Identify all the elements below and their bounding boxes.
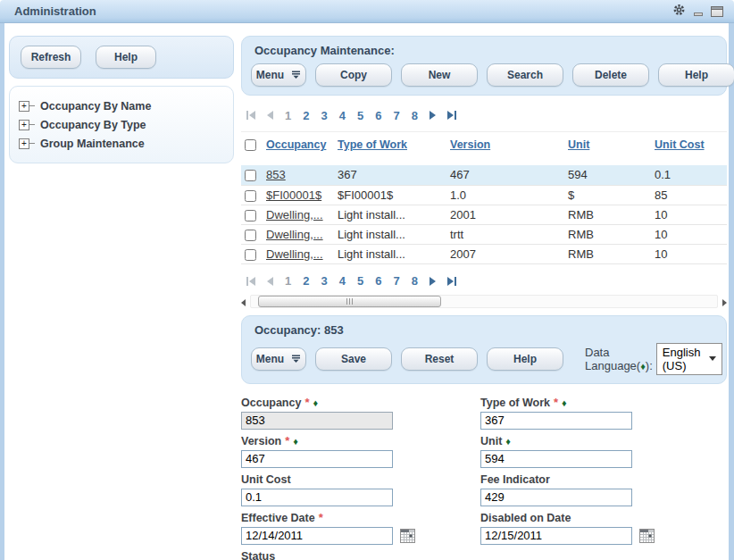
help-button-list[interactable]: Help (658, 63, 734, 87)
field-type-of-work: Type of Work * ♦ (480, 392, 727, 430)
select-all-checkbox[interactable] (245, 139, 256, 151)
page-number-8[interactable]: 8 (412, 274, 418, 288)
page-number-8[interactable]: 8 (412, 109, 418, 122)
page-number-3[interactable]: 3 (321, 109, 327, 122)
expand-plus-icon[interactable]: + (19, 101, 29, 112)
horizontal-scrollbar[interactable] (241, 295, 727, 309)
unit-input[interactable] (480, 450, 632, 468)
administration-window: Administration Refresh Help + Occupancy … (0, 0, 734, 560)
row-checkbox[interactable] (245, 249, 256, 261)
help-button-sidebar[interactable]: Help (96, 46, 156, 69)
search-button[interactable]: Search (487, 63, 563, 87)
column-header-occupancy[interactable]: Occupancy (263, 132, 334, 166)
last-page-icon[interactable] (447, 111, 456, 120)
scroll-right-icon[interactable] (722, 294, 727, 310)
occupancy-link[interactable]: $FI00001$ (266, 188, 321, 202)
expand-plus-icon[interactable]: + (19, 138, 29, 149)
menu-button-detail[interactable]: Menu (251, 347, 306, 371)
occupancy-link[interactable]: 853 (266, 168, 286, 181)
table-row[interactable]: 853 367 467 594 0.1 (241, 165, 727, 185)
column-header-unit[interactable]: Unit (564, 132, 651, 166)
page-number-2[interactable]: 2 (303, 109, 309, 122)
save-button[interactable]: Save (315, 347, 392, 371)
version-input[interactable] (241, 450, 393, 468)
scroll-left-icon[interactable] (241, 294, 246, 310)
new-button[interactable]: New (401, 63, 478, 87)
tree-item-label[interactable]: Occupancy By Name (40, 100, 151, 113)
page-number-7[interactable]: 7 (393, 274, 399, 288)
column-header-type-of-work[interactable]: Type of Work (334, 132, 446, 166)
prev-page-icon[interactable] (267, 111, 273, 120)
occupancy-link[interactable]: Dwelling,... (266, 247, 323, 261)
field-label: Unit (480, 435, 502, 447)
tree-item-group-maintenance[interactable]: + Group Maintenance (19, 136, 224, 151)
field-version: Version * ♦ (241, 430, 480, 468)
field-unit: Unit ♦ (480, 430, 727, 468)
table-row[interactable]: $FI00001$ $FI00001$ 1.0 $ 85 (241, 185, 727, 205)
page-number-6[interactable]: 6 (375, 274, 381, 288)
data-language-select[interactable]: English (US) (656, 343, 723, 375)
tree-item-label[interactable]: Group Maintenance (40, 138, 145, 150)
page-number-3[interactable]: 3 (321, 274, 327, 288)
next-page-icon[interactable] (430, 111, 436, 120)
page-number-5[interactable]: 5 (357, 274, 363, 288)
sidebar-button-panel: Refresh Help (9, 36, 234, 79)
row-checkbox[interactable] (245, 230, 256, 241)
row-checkbox[interactable] (245, 210, 256, 221)
scrollbar-track[interactable] (250, 295, 718, 308)
page-number-6[interactable]: 6 (375, 109, 381, 122)
field-unit-cost: Unit Cost (241, 469, 480, 506)
row-checkbox[interactable] (245, 190, 256, 202)
field-label: Status (241, 550, 275, 560)
table-row[interactable]: Dwelling,... Light install... 2001 RMB 1… (241, 205, 727, 224)
calendar-icon[interactable] (400, 529, 415, 543)
occupancy-link[interactable]: Dwelling,... (266, 228, 323, 241)
page-number-4[interactable]: 4 (339, 274, 346, 288)
copy-button[interactable]: Copy (315, 63, 392, 87)
gear-icon[interactable] (672, 4, 686, 20)
field-fee-indicator: Fee Indicator (480, 469, 727, 506)
page-number-5[interactable]: 5 (357, 109, 363, 122)
reset-button[interactable]: Reset (401, 347, 478, 371)
expand-plus-icon[interactable]: + (19, 120, 29, 130)
diamond-icon: ♦ (313, 397, 318, 408)
required-asterisk: * (554, 396, 558, 409)
table-header-row: Occupancy Type of Work Version Unit Unit… (241, 132, 727, 166)
page-number-2[interactable]: 2 (303, 274, 309, 288)
delete-button[interactable]: Delete (572, 63, 649, 87)
page-number-4[interactable]: 4 (339, 109, 346, 122)
scrollbar-thumb[interactable] (258, 296, 441, 307)
menu-button[interactable]: Menu (251, 63, 306, 87)
fee-indicator-input[interactable] (480, 489, 632, 506)
row-checkbox[interactable] (245, 170, 256, 181)
navigation-tree: + Occupancy By Name + Occupancy By Type … (9, 86, 234, 163)
tree-item-label[interactable]: Occupancy By Type (40, 119, 146, 131)
column-header-unit-cost[interactable]: Unit Cost (651, 132, 727, 166)
detail-toolbar: Menu Save Reset Help Data Language(♦): E… (251, 343, 717, 375)
help-button-detail[interactable]: Help (487, 347, 563, 371)
disabled-on-date-input[interactable] (480, 527, 632, 545)
next-page-icon[interactable] (430, 277, 436, 286)
effective-date-input[interactable] (241, 527, 393, 545)
page-number-7[interactable]: 7 (393, 109, 399, 122)
minimize-icon[interactable] (694, 13, 703, 16)
calendar-icon[interactable] (639, 529, 655, 543)
table-row[interactable]: Dwelling,... Light install... 2007 RMB 1… (241, 244, 727, 263)
first-page-icon[interactable] (246, 111, 255, 120)
prev-page-icon[interactable] (267, 277, 273, 286)
tree-item-occupancy-by-type[interactable]: + Occupancy By Type (19, 117, 224, 132)
tree-item-occupancy-by-name[interactable]: + Occupancy By Name (19, 98, 224, 113)
tree-dash (29, 143, 35, 144)
maximize-icon[interactable] (711, 6, 723, 17)
column-header-version[interactable]: Version (446, 132, 564, 166)
main-content: Occupancy Maintenance: Menu Copy New Sea… (241, 36, 727, 560)
last-page-icon[interactable] (447, 277, 456, 286)
refresh-button[interactable]: Refresh (21, 46, 81, 69)
field-occupancy: Occupancy * ♦ (241, 392, 480, 430)
first-page-icon[interactable] (246, 277, 255, 286)
unit-cost-input[interactable] (241, 489, 393, 506)
occupancy-input[interactable] (241, 412, 393, 430)
type-of-work-input[interactable] (480, 412, 632, 430)
table-row[interactable]: Dwelling,... Light install... trtt RMB 1… (241, 224, 727, 244)
occupancy-link[interactable]: Dwelling,... (266, 208, 323, 221)
